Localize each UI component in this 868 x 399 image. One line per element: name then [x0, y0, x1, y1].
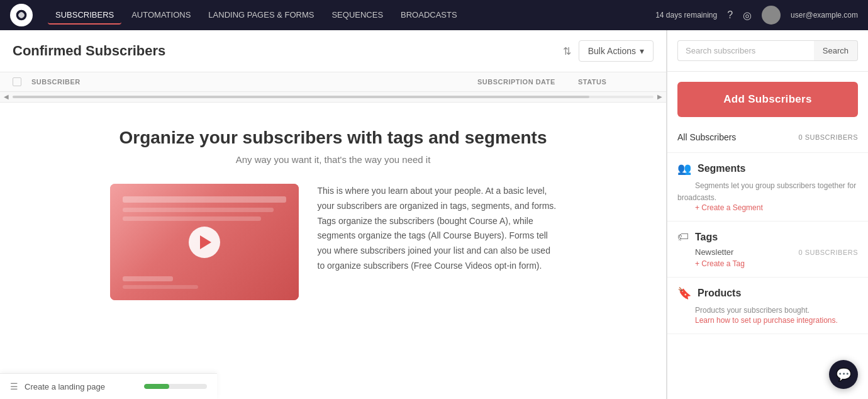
progress-bar-fill: [144, 384, 169, 389]
table-header: SUBSCRIBER SUBSCRIPTION DATE STATUS: [0, 72, 666, 92]
empty-state-subtitle: Any way you want it, that's the way you …: [236, 154, 431, 165]
progress-bar: [144, 384, 207, 389]
all-subscribers-row: All Subscribers 0 SUBSCRIBERS: [667, 127, 868, 153]
subscriber-count: 0 SUBSCRIBERS: [798, 133, 858, 141]
chat-icon: 💬: [836, 367, 852, 382]
main-layout: Confirmed Subscribers ⇅ Bulk Actions ▾ S…: [0, 30, 868, 399]
play-button[interactable]: [189, 227, 220, 258]
search-bar: Search: [667, 30, 868, 72]
segments-desc: Segments let you group subscribers toget…: [677, 181, 856, 202]
empty-state-text: This is where you learn about your peopl…: [318, 184, 557, 274]
segments-section: 👥 Segments Segments let you group subscr…: [667, 153, 868, 222]
left-panel: Confirmed Subscribers ⇅ Bulk Actions ▾ S…: [0, 30, 667, 399]
search-input[interactable]: [677, 40, 814, 61]
video-thumbnail[interactable]: [110, 184, 299, 300]
nav-landing-pages[interactable]: LANDING PAGES & FORMS: [201, 6, 321, 25]
username: user@example.com: [791, 11, 858, 20]
segments-header: 👥 Segments: [677, 162, 858, 176]
empty-state-title: Organize your subscribers with tags and …: [120, 128, 547, 148]
tags-newsletter-label[interactable]: Newsletter: [695, 247, 733, 257]
col-subscriber: SUBSCRIBER: [31, 78, 477, 86]
segments-icon: 👥: [677, 162, 691, 176]
trial-text: 14 days remaining: [655, 11, 717, 20]
sort-icon[interactable]: ⇅: [563, 45, 571, 57]
tags-newsletter-count: 0 SUBSCRIBERS: [798, 249, 858, 256]
bulk-actions-button[interactable]: Bulk Actions ▾: [579, 40, 654, 62]
empty-state: Organize your subscribers with tags and …: [50, 128, 616, 300]
tags-newsletter-row: Newsletter 0 SUBSCRIBERS: [677, 247, 858, 257]
tags-section: 🏷 Tags Newsletter 0 SUBSCRIBERS + Create…: [667, 222, 868, 278]
create-tag-link[interactable]: + Create a Tag: [677, 259, 858, 268]
scroll-right-icon[interactable]: ▶: [656, 93, 664, 101]
add-subscribers-button[interactable]: Add Subscribers: [677, 82, 858, 117]
scroll-controls: ◀ ▶: [0, 92, 666, 103]
page-title: Confirmed Subscribers: [13, 43, 550, 59]
notifications-icon[interactable]: ◎: [743, 9, 752, 21]
nav-automations[interactable]: AUTOMATIONS: [124, 6, 198, 25]
tags-title: Tags: [695, 232, 718, 243]
right-sidebar: Search Add Subscribers All Subscribers 0…: [667, 30, 868, 399]
scroll-left-icon[interactable]: ◀: [3, 93, 10, 101]
nav-sequences[interactable]: SEQUENCES: [324, 6, 391, 25]
chat-button[interactable]: 💬: [829, 360, 858, 389]
products-desc: Products your subscribers bought.: [677, 306, 810, 315]
col-status: STATUS: [578, 78, 641, 86]
bottom-bar-label[interactable]: Create a landing page: [25, 382, 138, 391]
nav-broadcasts[interactable]: BROADCASTS: [393, 6, 465, 25]
content-area: Organize your subscribers with tags and …: [0, 103, 666, 399]
all-subscribers-label[interactable]: All Subscribers: [677, 132, 736, 142]
search-button[interactable]: Search: [814, 40, 858, 61]
create-segment-link[interactable]: + Create a Segment: [677, 203, 858, 212]
tags-icon: 🏷: [677, 230, 689, 244]
bottom-bar: ☰ Create a landing page: [0, 373, 217, 399]
landing-page-icon: ☰: [10, 381, 18, 391]
nav-subscribers[interactable]: SUBSCRIBERS: [48, 6, 121, 25]
dropdown-icon: ▾: [640, 46, 644, 56]
select-all-checkbox[interactable]: [13, 77, 21, 86]
tags-header: 🏷 Tags: [677, 230, 858, 244]
empty-state-body: This is where you learn about your peopl…: [110, 184, 557, 300]
nav-right: 14 days remaining ? ◎ user@example.com: [655, 6, 858, 25]
help-icon[interactable]: ?: [727, 9, 733, 21]
toolbar: Confirmed Subscribers ⇅ Bulk Actions ▾: [0, 30, 666, 72]
products-link[interactable]: Learn how to set up purchase integration…: [677, 316, 858, 325]
logo[interactable]: [10, 4, 33, 26]
products-title: Products: [698, 288, 741, 299]
avatar[interactable]: [762, 6, 781, 25]
products-section: 🔖 Products Products your subscribers bou…: [667, 278, 868, 334]
bulk-actions-label: Bulk Actions: [588, 46, 636, 56]
top-nav: SUBSCRIBERS AUTOMATIONS LANDING PAGES & …: [0, 0, 868, 30]
segments-title: Segments: [698, 163, 745, 174]
col-date: SUBSCRIPTION DATE: [477, 78, 578, 86]
products-icon: 🔖: [677, 286, 691, 300]
nav-items: SUBSCRIBERS AUTOMATIONS LANDING PAGES & …: [48, 6, 640, 25]
products-header: 🔖 Products: [677, 286, 858, 300]
